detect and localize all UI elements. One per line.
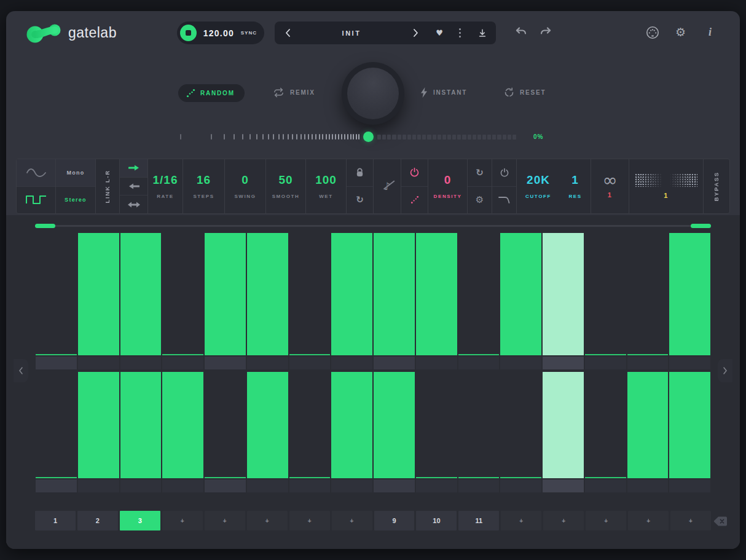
seq-step-r1-14[interactable] xyxy=(584,233,627,355)
amount-ticks[interactable] xyxy=(180,132,363,141)
preset-next-button[interactable] xyxy=(402,22,428,44)
seq-step-r2-12[interactable] xyxy=(500,372,542,478)
filter-power-button[interactable] xyxy=(492,159,516,186)
seq-step-r2-1[interactable] xyxy=(35,372,77,478)
step-base-cell[interactable] xyxy=(36,357,77,369)
step-base-cell[interactable] xyxy=(120,479,162,492)
waveform-sine-option[interactable] xyxy=(17,159,55,186)
undo-button[interactable] xyxy=(515,27,527,37)
page-add-button[interactable]: + xyxy=(332,511,372,530)
step-base-cell[interactable] xyxy=(374,479,415,492)
seq-step-r1-1[interactable] xyxy=(35,233,77,355)
step-base-cell[interactable] xyxy=(669,357,710,369)
seq-step-r1-8[interactable] xyxy=(331,233,373,355)
filter-refresh-button[interactable]: ↻ xyxy=(468,159,492,186)
seq-step-r1-4[interactable] xyxy=(162,233,204,355)
reset-button[interactable]: RESET xyxy=(504,87,546,98)
favorite-button[interactable]: ♥ xyxy=(428,22,450,44)
page-button-9[interactable]: 9 xyxy=(374,511,415,530)
res-control[interactable]: 1 RES xyxy=(560,159,591,213)
seq-step-r1-9[interactable] xyxy=(373,233,415,355)
smooth-control[interactable]: 50 SMOOTH xyxy=(266,159,305,213)
mute-note-cell[interactable]: ♪ xyxy=(374,159,401,213)
step-base-cell[interactable] xyxy=(585,357,626,369)
step-base-cell[interactable] xyxy=(120,357,162,369)
preset-name[interactable]: INIT xyxy=(300,30,402,37)
seq-step-r2-8[interactable] xyxy=(331,372,373,478)
remix-button[interactable]: REMIX xyxy=(273,87,315,98)
step-base-cell[interactable] xyxy=(162,479,203,492)
loop-range-track[interactable] xyxy=(35,225,711,227)
step-base-cell[interactable] xyxy=(289,357,331,369)
step-base-cell[interactable] xyxy=(458,479,500,492)
page-add-button[interactable]: + xyxy=(628,511,669,530)
step-base-cell[interactable] xyxy=(205,357,246,369)
page-add-button[interactable]: + xyxy=(670,511,711,530)
bypass-toggle[interactable]: BYPASS xyxy=(704,159,729,213)
preset-prev-button[interactable] xyxy=(275,22,300,44)
instant-button[interactable]: INSTANT xyxy=(420,87,467,98)
step-base-cell[interactable] xyxy=(331,479,372,492)
seq-step-r2-7[interactable] xyxy=(289,372,331,478)
stop-button[interactable] xyxy=(180,25,197,41)
generator-knob[interactable] xyxy=(342,62,404,125)
repeat-infinity-control[interactable]: ∞ 1 xyxy=(591,159,629,213)
mono-option[interactable]: Mono xyxy=(56,159,95,186)
seq-step-r1-11[interactable] xyxy=(458,233,500,355)
page-button-1[interactable]: 1 xyxy=(35,511,76,530)
grid-prev-button[interactable] xyxy=(14,359,28,382)
density-random-button[interactable] xyxy=(401,186,428,214)
midi-settings-button[interactable] xyxy=(645,25,660,40)
save-preset-button[interactable] xyxy=(469,22,496,44)
step-base-cell[interactable] xyxy=(669,479,710,492)
seq-step-r1-12[interactable] xyxy=(500,233,542,355)
wet-control[interactable]: 100 WET xyxy=(306,159,346,213)
relock-button[interactable]: ↻ xyxy=(347,186,373,214)
dissolve-control[interactable]: 1 xyxy=(629,159,703,213)
seq-step-r2-15[interactable] xyxy=(627,372,669,478)
density-control[interactable]: 0 DENSITY xyxy=(428,159,467,213)
seq-step-r2-5[interactable] xyxy=(204,372,246,478)
seq-step-r1-10[interactable] xyxy=(415,233,458,355)
direction-forward-option[interactable] xyxy=(120,159,147,177)
step-base-cell[interactable] xyxy=(247,479,288,492)
page-add-button[interactable]: + xyxy=(247,511,288,530)
step-base-cell[interactable] xyxy=(500,357,541,369)
settings-button[interactable]: ⚙ xyxy=(675,25,686,39)
step-base-cell[interactable] xyxy=(78,357,119,369)
steps-control[interactable]: 16 STEPS xyxy=(183,159,224,213)
seq-step-r1-5[interactable] xyxy=(204,233,246,355)
step-base-cell[interactable] xyxy=(416,479,457,492)
rate-control[interactable]: 1/16 RATE xyxy=(148,159,183,213)
link-lr-toggle[interactable]: LINK L-R xyxy=(96,159,119,213)
step-base-cell[interactable] xyxy=(36,479,77,492)
seq-step-r1-7[interactable] xyxy=(289,233,331,355)
seq-step-r2-10[interactable] xyxy=(415,372,458,478)
step-base-cell[interactable] xyxy=(247,357,288,369)
step-base-cell[interactable] xyxy=(627,357,669,369)
page-add-button[interactable]: + xyxy=(543,511,584,530)
direction-backward-option[interactable] xyxy=(120,177,147,195)
seq-step-r2-13[interactable] xyxy=(542,372,584,478)
bpm-display[interactable]: 120.00 xyxy=(197,28,241,38)
step-base-cell[interactable] xyxy=(543,479,584,492)
step-base-cell[interactable] xyxy=(416,357,457,369)
lock-button[interactable] xyxy=(347,159,373,186)
seq-step-r2-14[interactable] xyxy=(584,372,627,478)
seq-step-r1-16[interactable] xyxy=(669,233,711,355)
seq-step-r2-3[interactable] xyxy=(120,372,162,478)
step-base-cell[interactable] xyxy=(162,357,203,369)
seq-step-r2-4[interactable] xyxy=(162,372,204,478)
step-base-cell[interactable] xyxy=(585,479,626,492)
amount-track[interactable] xyxy=(377,135,516,140)
waveform-square-option[interactable] xyxy=(17,186,55,214)
redo-button[interactable] xyxy=(540,27,552,37)
filter-settings-button[interactable]: ⚙ xyxy=(468,186,492,214)
step-base-cell[interactable] xyxy=(78,479,119,492)
step-base-cell[interactable] xyxy=(500,479,541,492)
seq-step-r2-11[interactable] xyxy=(458,372,500,478)
loop-end-handle[interactable] xyxy=(691,224,711,228)
page-add-button[interactable]: + xyxy=(162,511,203,530)
seq-step-r1-6[interactable] xyxy=(246,233,289,355)
page-add-button[interactable]: + xyxy=(289,511,330,530)
